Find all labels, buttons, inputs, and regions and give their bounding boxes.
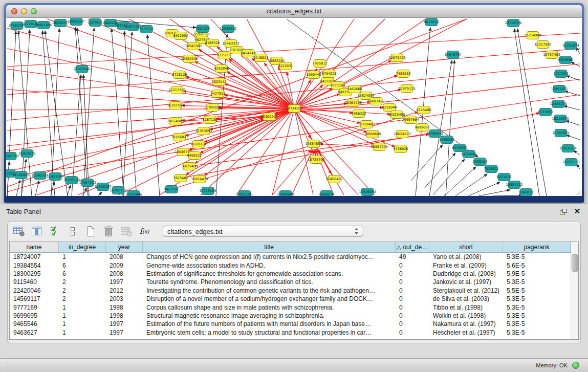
graph-node[interactable]: 2935114 xyxy=(473,158,488,166)
graph-node[interactable]: 6794028 xyxy=(322,70,337,78)
graph-node[interactable]: 12342757 xyxy=(31,172,48,180)
graph-node[interactable]: 17016504 xyxy=(559,145,576,152)
graph-node[interactable]: 22450462 xyxy=(325,176,342,183)
graph-node[interactable]: 8222031 xyxy=(278,62,293,70)
graph-node[interactable]: 21044948 xyxy=(277,191,294,196)
graph-node[interactable]: 7955812 xyxy=(313,60,328,68)
graph-node[interactable]: 10958187 xyxy=(94,183,111,191)
function-builder-button[interactable]: f(x) xyxy=(138,225,151,237)
graph-node[interactable]: 8813074 xyxy=(424,18,439,26)
graph-node[interactable]: 1990448 xyxy=(307,71,321,79)
table-row[interactable]: 969969511998Structural magnetic resonanc… xyxy=(10,312,578,320)
graph-node[interactable]: 7462668 xyxy=(347,85,362,93)
window-titlebar[interactable]: citations_edges.txt xyxy=(6,5,582,18)
graph-node[interactable]: 18654923 xyxy=(394,130,410,138)
graph-node[interactable]: 12213383 xyxy=(168,86,185,94)
graph-node[interactable]: 18907249 xyxy=(371,143,387,151)
graph-node[interactable]: 9245052 xyxy=(519,189,534,196)
network-canvas[interactable]: 1872400718300295193845548860128891295422… xyxy=(6,18,582,196)
graph-node[interactable]: 22420046 xyxy=(181,55,198,63)
graph-node[interactable]: 12036591 xyxy=(220,25,236,33)
graph-node[interactable]: 25160580 xyxy=(6,152,19,160)
graph-node[interactable]: 1527602 xyxy=(88,19,103,27)
graph-node[interactable]: 20364436 xyxy=(344,99,361,107)
graph-node[interactable]: 16648784 xyxy=(444,51,461,59)
graph-node[interactable]: 9474444 xyxy=(462,150,476,158)
graph-node[interactable]: 7932621 xyxy=(484,165,499,173)
graph-node[interactable]: 9146821 xyxy=(254,54,269,62)
graph-node[interactable]: 15716485 xyxy=(199,187,216,195)
table-row[interactable]: 1938455462009Genome-wide association stu… xyxy=(10,261,578,269)
graph-node[interactable]: 9375685 xyxy=(217,52,232,59)
graph-node[interactable]: 17957223 xyxy=(79,179,96,187)
select-rows-button[interactable] xyxy=(48,225,61,237)
graph-node[interactable]: 22218586 xyxy=(505,19,521,27)
table-row[interactable]: 946554611997Estimation of the future num… xyxy=(10,320,578,328)
graph-node[interactable]: 16409541 xyxy=(426,130,443,138)
graph-node[interactable]: 9756928 xyxy=(394,145,408,153)
graph-node[interactable]: 10025458 xyxy=(388,111,405,119)
float-panel-icon[interactable] xyxy=(559,208,568,217)
graph-node[interactable]: 9699695 xyxy=(415,124,430,132)
table-row[interactable]: 946362711997Embryonic stem cells: a mode… xyxy=(10,329,578,337)
graph-node[interactable]: 21053346 xyxy=(73,65,90,73)
graph-node[interactable]: 10726790 xyxy=(308,156,324,164)
graph-node[interactable]: 16210643 xyxy=(552,115,569,123)
graph-node[interactable]: 20891406 xyxy=(35,21,52,29)
column-header[interactable]: pagerank xyxy=(503,242,571,252)
minimize-window-button[interactable] xyxy=(21,8,27,14)
zoom-window-button[interactable] xyxy=(31,8,37,14)
resize-grip-icon[interactable] xyxy=(574,188,581,195)
graph-node[interactable]: 19737493 xyxy=(543,51,560,59)
graph-node[interactable]: 9427552 xyxy=(211,90,226,98)
table-row[interactable]: 2242004622012Investigating the contribut… xyxy=(10,287,578,295)
graph-node[interactable]: 7625402 xyxy=(173,174,188,182)
graph-node[interactable]: 10831201 xyxy=(236,191,253,196)
graph-node[interactable]: 19384554 xyxy=(305,140,322,148)
column-header[interactable]: in_degree xyxy=(59,242,106,252)
table-chooser-dropdown[interactable]: citations_edges.txt xyxy=(163,226,363,237)
graph-node[interactable]: 16914479 xyxy=(191,176,208,183)
table-row[interactable]: 1830029562008Estimation of significance … xyxy=(10,270,578,278)
vertical-scrollbar[interactable] xyxy=(571,242,578,339)
column-header[interactable]: name xyxy=(10,242,59,252)
graph-node[interactable]: 11156883 xyxy=(12,171,29,179)
graph-node[interactable]: 12353593 xyxy=(195,127,212,135)
graph-node[interactable]: 11526084 xyxy=(359,188,376,196)
graph-node[interactable]: 2803144 xyxy=(212,78,227,86)
graph-node[interactable]: 8215953 xyxy=(538,108,553,116)
graph-node[interactable]: 9329966 xyxy=(558,56,573,64)
graph-node[interactable]: 18300295 xyxy=(260,113,277,121)
graph-node[interactable]: 8938923 xyxy=(440,136,454,144)
graph-node[interactable]: 19166827 xyxy=(171,134,188,141)
show-columns-button[interactable] xyxy=(30,225,43,237)
column-header[interactable]: year xyxy=(106,242,143,252)
graph-node[interactable]: 2718126 xyxy=(172,71,187,79)
table-settings-button[interactable] xyxy=(12,225,26,237)
graph-node[interactable]: 12093832 xyxy=(551,85,568,93)
graph-node[interactable]: 12217987 xyxy=(534,41,551,49)
graph-node[interactable]: 10654112 xyxy=(506,181,522,189)
graph-node[interactable]: 16107554 xyxy=(167,102,184,110)
graph-node[interactable]: 15720407 xyxy=(358,121,375,128)
column-header[interactable]: title xyxy=(143,242,396,252)
graph-node[interactable]: 12444158 xyxy=(550,100,567,108)
graph-node[interactable]: 10543382 xyxy=(185,42,202,50)
graph-node[interactable]: 18839057 xyxy=(52,19,69,27)
graph-node[interactable]: 13505135 xyxy=(63,177,80,184)
table-row[interactable]: 977716911998Corpus callosum shape and si… xyxy=(10,303,578,311)
graph-node[interactable]: 24957694 xyxy=(402,116,419,124)
graph-node[interactable]: 19654985 xyxy=(167,118,184,125)
graph-node[interactable]: 9498222 xyxy=(187,152,202,160)
graph-node[interactable]: 11254908 xyxy=(524,32,541,39)
graph-node[interactable]: 8267130 xyxy=(203,116,217,124)
graph-node[interactable]: 11451944 xyxy=(47,173,63,181)
graph-node[interactable]: 9457791 xyxy=(164,186,179,193)
graph-node[interactable]: 17975115 xyxy=(398,85,415,93)
graph-node[interactable]: 16782759 xyxy=(110,187,126,194)
graph-node[interactable]: 9242848 xyxy=(214,65,229,73)
graph-node[interactable]: 18724007 xyxy=(286,105,302,113)
table-row[interactable]: 1456911722003Disruption of a novel membe… xyxy=(10,295,578,303)
graph-node[interactable]: 9115460 xyxy=(417,106,431,114)
graph-node[interactable]: 12923446 xyxy=(125,191,142,196)
